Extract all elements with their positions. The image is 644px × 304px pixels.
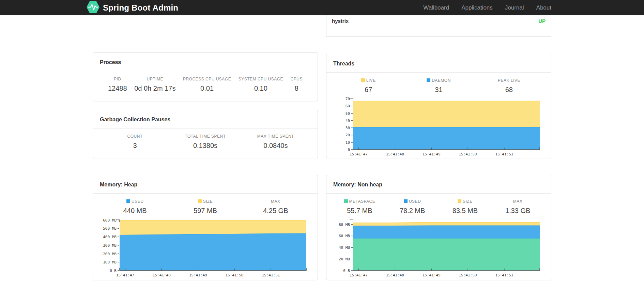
threads-panel-title: Threads xyxy=(326,54,551,73)
svg-text:15:41:48: 15:41:48 xyxy=(386,152,404,156)
svg-text:100 MB: 100 MB xyxy=(103,260,117,264)
brand-title: Spring Boot Admin xyxy=(103,3,178,13)
svg-text:0 B: 0 B xyxy=(110,269,117,273)
metric-gc-total-time: TOTAL TIME SPENT 0.1380s xyxy=(170,134,240,150)
svg-text:15:41:49: 15:41:49 xyxy=(189,273,207,277)
svg-text:15:41:49: 15:41:49 xyxy=(423,152,441,156)
svg-text:10: 10 xyxy=(346,140,350,145)
threads-panel: Threads LIVE 67 DAEMON 31 PEAK LIVE 68 xyxy=(326,54,551,158)
nonheap-used-legend-swatch-icon xyxy=(404,199,408,203)
svg-text:80 MB: 80 MB xyxy=(339,223,350,227)
threads-chart: 01020304050607015:41:4715:41:4815:41:491… xyxy=(333,96,545,159)
metric-process-cpu-usage: PROCESS CPU USAGE 0.01 xyxy=(183,77,231,92)
svg-text:200 MB: 200 MB xyxy=(103,252,117,256)
threads-live-legend-swatch-icon xyxy=(361,78,365,82)
svg-text:70: 70 xyxy=(346,97,350,101)
metric-threads-peak-live: PEAK LIVE 68 xyxy=(474,78,544,94)
svg-text:30: 30 xyxy=(346,126,350,130)
svg-text:300 MB: 300 MB xyxy=(103,243,117,248)
svg-text:40: 40 xyxy=(346,119,350,123)
svg-text:20: 20 xyxy=(346,133,350,137)
heap-size-legend-swatch-icon xyxy=(198,199,202,203)
health-row-hystrix[interactable]: hystrix UP xyxy=(326,15,551,27)
metric-uptime: UPTIME 0d 0h 2m 17s xyxy=(134,77,175,92)
status-badge: UP xyxy=(538,18,546,24)
health-panel: hystrix UP xyxy=(326,15,551,37)
threads-daemon-legend-swatch-icon xyxy=(427,78,430,82)
metric-heap-used: USED 440 MB xyxy=(100,199,170,215)
svg-text:500 MB: 500 MB xyxy=(103,226,117,231)
nonheap-legend: METASPACE 55.7 MB USED 78.2 MB SIZE 83.5… xyxy=(333,199,544,215)
memory-heap-panel: Memory: Heap USED 440 MB SIZE 597 MB MAX… xyxy=(93,175,318,280)
svg-text:400 MB: 400 MB xyxy=(103,235,117,239)
nav-link-journal[interactable]: Journal xyxy=(505,4,524,11)
metric-nonheap-size: SIZE 83.5 MB xyxy=(439,199,492,215)
svg-text:15:41:48: 15:41:48 xyxy=(386,273,404,277)
brand[interactable]: Spring Boot Admin xyxy=(87,1,178,15)
metric-system-cpu-usage: SYSTEM CPU USAGE 0.10 xyxy=(239,77,283,92)
svg-text:15:41:50: 15:41:50 xyxy=(459,152,477,156)
memory-heap-panel-title: Memory: Heap xyxy=(93,175,318,194)
gc-metrics: COUNT 3 TOTAL TIME SPENT 0.1380s MAX TIM… xyxy=(100,134,311,150)
nav-link-wallboard[interactable]: Wallboard xyxy=(423,4,449,11)
metric-cpus: CPUS 8 xyxy=(291,77,303,92)
svg-text:15:41:50: 15:41:50 xyxy=(459,273,477,277)
metric-nonheap-used: USED 78.2 MB xyxy=(386,199,439,215)
memory-nonheap-panel: Memory: Non heap METASPACE 55.7 MB USED … xyxy=(326,175,551,280)
metric-nonheap-metaspace: METASPACE 55.7 MB xyxy=(333,199,386,215)
nav-link-about[interactable]: About xyxy=(536,4,551,11)
gc-pauses-panel: Garbage Collection Pauses COUNT 3 TOTAL … xyxy=(93,110,318,158)
memory-heap-chart: 0 B100 MB200 MB300 MB400 MB500 MB600 MB1… xyxy=(100,217,311,280)
metric-pid: PID 12488 xyxy=(108,77,127,92)
svg-text:15:41:47: 15:41:47 xyxy=(350,152,368,156)
metric-heap-size: SIZE 597 MB xyxy=(170,199,240,215)
svg-text:20 MB: 20 MB xyxy=(339,257,350,261)
health-name: hystrix xyxy=(332,18,349,24)
svg-text:40 MB: 40 MB xyxy=(339,245,350,250)
svg-text:15:41:51: 15:41:51 xyxy=(495,152,513,156)
heap-legend: USED 440 MB SIZE 597 MB MAX 4.25 GB xyxy=(100,199,311,215)
svg-text:15:41:51: 15:41:51 xyxy=(262,273,280,277)
svg-text:50: 50 xyxy=(346,111,350,116)
process-panel-title: Process xyxy=(93,53,318,71)
svg-text:15:41:49: 15:41:49 xyxy=(423,273,441,277)
svg-text:15:41:51: 15:41:51 xyxy=(495,273,513,277)
gc-panel-title: Garbage Collection Pauses xyxy=(93,110,318,128)
metric-threads-daemon: DAEMON 31 xyxy=(403,78,474,94)
svg-text:60: 60 xyxy=(346,104,350,108)
svg-text:600 MB: 600 MB xyxy=(103,218,117,223)
svg-text:0 B: 0 B xyxy=(343,269,350,273)
memory-nonheap-chart: 0 B20 MB40 MB60 MB80 MB15:41:4715:41:481… xyxy=(333,217,545,280)
nav-links: Wallboard Applications Journal About xyxy=(423,4,551,11)
process-metrics: PID 12488 UPTIME 0d 0h 2m 17s PROCESS CP… xyxy=(100,77,311,92)
memory-nonheap-panel-title: Memory: Non heap xyxy=(326,175,551,194)
nonheap-metaspace-legend-swatch-icon xyxy=(344,199,348,203)
svg-text:15:41:47: 15:41:47 xyxy=(116,273,134,277)
svg-text:15:41:48: 15:41:48 xyxy=(153,273,171,277)
svg-text:15:41:50: 15:41:50 xyxy=(226,273,244,277)
process-panel: Process PID 12488 UPTIME 0d 0h 2m 17s PR… xyxy=(93,52,318,101)
metric-heap-max: MAX 4.25 GB xyxy=(241,199,311,215)
metric-gc-count: COUNT 3 xyxy=(100,134,170,150)
nonheap-size-legend-swatch-icon xyxy=(458,199,461,203)
navbar: Spring Boot Admin Wallboard Applications… xyxy=(0,0,644,15)
spring-boot-admin-logo-icon xyxy=(87,1,99,15)
svg-text:0: 0 xyxy=(348,148,350,152)
metric-threads-live: LIVE 67 xyxy=(333,78,403,94)
metric-gc-max-time: MAX TIME SPENT 0.0840s xyxy=(241,134,311,150)
svg-text:60 MB: 60 MB xyxy=(339,234,350,238)
heap-used-legend-swatch-icon xyxy=(126,199,130,203)
metric-nonheap-max: MAX 1.33 GB xyxy=(491,199,544,215)
nav-link-applications[interactable]: Applications xyxy=(461,4,493,11)
svg-text:15:41:47: 15:41:47 xyxy=(350,273,368,277)
threads-legend: LIVE 67 DAEMON 31 PEAK LIVE 68 xyxy=(333,78,544,94)
